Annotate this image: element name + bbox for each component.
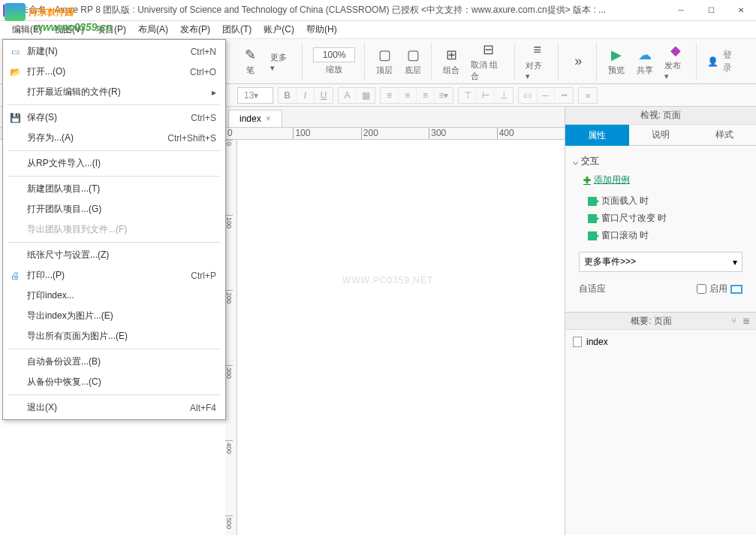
user-icon: 👤 <box>707 56 718 67</box>
file-menu-item[interactable]: 导出所有页面为图片...(E) <box>5 326 224 346</box>
border-color-button[interactable]: ▭ <box>519 88 537 103</box>
login-button[interactable]: 👤 登录 <box>700 46 748 77</box>
tab-properties[interactable]: 属性 <box>565 125 629 146</box>
event-page-load[interactable]: 页面载入 时 <box>573 192 748 210</box>
file-menu-item[interactable]: 退出(X)Alt+F4 <box>5 397 224 418</box>
menu-view[interactable]: 视图(V) <box>48 21 90 38</box>
menu-edit[interactable]: 编辑(E) <box>6 21 48 38</box>
minimize-button[interactable]: ─ <box>666 0 696 21</box>
send-back-button[interactable]: ▢底层 <box>399 45 426 77</box>
ruler-vertical: 0100200300400500 <box>225 140 237 535</box>
align-more-button[interactable]: ≡▾ <box>435 88 453 103</box>
menu-bar: 编辑(E) 视图(V) 项目(P) 布局(A) 发布(P) 团队(T) 账户(C… <box>0 21 756 39</box>
text-color-button[interactable]: A <box>339 88 357 103</box>
border-width-button[interactable]: ─ <box>537 88 555 103</box>
event-icon <box>588 197 597 206</box>
menu-account[interactable]: 账户(C) <box>258 21 300 38</box>
underline-button[interactable]: U <box>315 88 333 103</box>
file-menu-item[interactable]: 自动备份设置...(B) <box>5 352 224 372</box>
maximize-button[interactable]: ☐ <box>696 0 726 21</box>
interactions-section[interactable]: ⌵交互 <box>573 152 748 171</box>
fill-color-button[interactable]: ▦ <box>357 88 375 103</box>
italic-button[interactable]: I <box>297 88 315 103</box>
file-menu-dropdown: ▭新建(N)Ctrl+N📂打开...(O)Ctrl+O打开最近编辑的文件(R)▸… <box>2 39 226 420</box>
file-menu-item[interactable]: 从RP文件导入...(I) <box>5 153 224 174</box>
publish-button[interactable]: ◆发布 ▾ <box>660 41 691 83</box>
valign-top-button[interactable]: ⊤ <box>459 88 477 103</box>
file-menu-item[interactable]: 打印index... <box>5 286 224 306</box>
close-button[interactable]: ✕ <box>726 0 756 21</box>
menu-help[interactable]: 帮助(H) <box>300 21 343 38</box>
event-icon <box>588 214 597 223</box>
add-case-link[interactable]: ✚添加用例 <box>573 171 748 192</box>
page-icon <box>573 337 582 347</box>
event-icon <box>588 231 597 240</box>
file-menu-item[interactable]: ▭新建(N)Ctrl+N <box>5 41 224 62</box>
window-controls: ─ ☐ ✕ <box>666 0 756 21</box>
align-center-button[interactable]: ≡ <box>399 88 417 103</box>
title-bar: 未命名 - Axure RP 8 团队版 : University of Sci… <box>0 0 756 21</box>
inspector-tabs: 属性 说明 样式 <box>565 125 756 146</box>
file-menu-item[interactable]: 💾保存(S)Ctrl+S <box>5 107 224 128</box>
close-tab-icon[interactable]: × <box>266 113 271 124</box>
menu-team[interactable]: 团队(T) <box>216 21 258 38</box>
zoom-control[interactable]: 100% 缩放 <box>309 46 360 77</box>
canvas-watermark: WWW.PC0359.NET <box>342 275 433 286</box>
pen-tool-button[interactable]: ✎笔 <box>237 45 264 77</box>
preview-button[interactable]: ▶预览 <box>603 45 630 77</box>
inspector-header: 检视: 页面 <box>565 107 756 125</box>
filter-icon[interactable]: ⑂ <box>731 316 736 326</box>
tab-notes[interactable]: 说明 <box>629 125 693 146</box>
file-menu-item[interactable]: 📂打开...(O)Ctrl+O <box>5 62 224 82</box>
file-menu-item[interactable]: 从备份中恢复...(C) <box>5 372 224 392</box>
file-menu-item[interactable]: 导出index为图片...(E) <box>5 306 224 326</box>
format-overflow-button[interactable]: » <box>579 88 597 103</box>
align-button[interactable]: ≡对齐 ▾ <box>521 41 553 83</box>
window-title: 未命名 - Axure RP 8 团队版 : University of Sci… <box>20 4 666 17</box>
outline-body: index <box>565 330 756 535</box>
file-menu-item[interactable]: 另存为...(A)Ctrl+Shift+S <box>5 128 224 148</box>
inspector-body: ⌵交互 ✚添加用例 页面载入 时 窗口尺寸改变 时 窗口滚动 时 更多事件>>>… <box>565 146 756 312</box>
valign-bot-button[interactable]: ⊥ <box>495 88 513 103</box>
more-arrow-button[interactable]: » <box>565 52 592 71</box>
menu-project[interactable]: 项目(P) <box>90 21 132 38</box>
file-menu-item[interactable]: 新建团队项目...(T) <box>5 179 224 199</box>
page-tab-index[interactable]: index × <box>228 110 282 127</box>
tab-style[interactable]: 样式 <box>692 125 756 146</box>
enable-adaptive-checkbox[interactable]: 启用 <box>697 283 742 295</box>
valign-mid-button[interactable]: ⊢ <box>477 88 495 103</box>
adaptive-row: 自适应 启用 <box>579 283 742 295</box>
menu-layout[interactable]: 布局(A) <box>132 21 174 38</box>
group-button[interactable]: ⊞组合 <box>438 45 465 77</box>
sort-icon[interactable]: ≣ <box>742 316 750 326</box>
adaptive-icon <box>730 285 742 294</box>
file-menu-item[interactable]: 打开团队项目...(G) <box>5 199 224 219</box>
inspector-panel: 检视: 页面 属性 说明 样式 ⌵交互 ✚添加用例 页面载入 时 窗口尺寸改变 … <box>565 107 756 535</box>
ungroup-button[interactable]: ⊟取消 组合 <box>466 40 510 83</box>
event-window-resize[interactable]: 窗口尺寸改变 时 <box>573 210 748 227</box>
file-menu-item: 导出团队项目到文件...(F) <box>5 219 224 240</box>
file-menu-item[interactable]: 🖨打印...(P)Ctrl+P <box>5 265 224 286</box>
more-events-dropdown[interactable]: 更多事件>>>▾ <box>579 252 742 272</box>
file-menu-item[interactable]: 纸张尺寸与设置...(Z) <box>5 245 224 265</box>
share-button[interactable]: ☁共享 <box>631 45 658 77</box>
event-window-scroll[interactable]: 窗口滚动 时 <box>573 227 748 244</box>
app-icon <box>3 5 15 17</box>
outline-item-index[interactable]: index <box>573 334 748 349</box>
file-menu-item[interactable]: 打开最近编辑的文件(R)▸ <box>5 82 224 102</box>
canvas[interactable]: WWW.PC0359.NET <box>237 140 565 535</box>
outline-header: 概要: 页面 ⑂ ≣ <box>565 312 756 330</box>
size-select[interactable]: 13 ▾ <box>237 87 273 104</box>
more-tools-button[interactable]: 更多 ▾ <box>266 49 297 74</box>
align-right-button[interactable]: ≡ <box>417 88 435 103</box>
border-style-button[interactable]: ┅ <box>555 88 573 103</box>
bold-button[interactable]: B <box>279 88 297 103</box>
menu-publish[interactable]: 发布(P) <box>174 21 216 38</box>
align-left-button[interactable]: ≡ <box>381 88 399 103</box>
bring-front-button[interactable]: ▢顶层 <box>371 45 398 77</box>
